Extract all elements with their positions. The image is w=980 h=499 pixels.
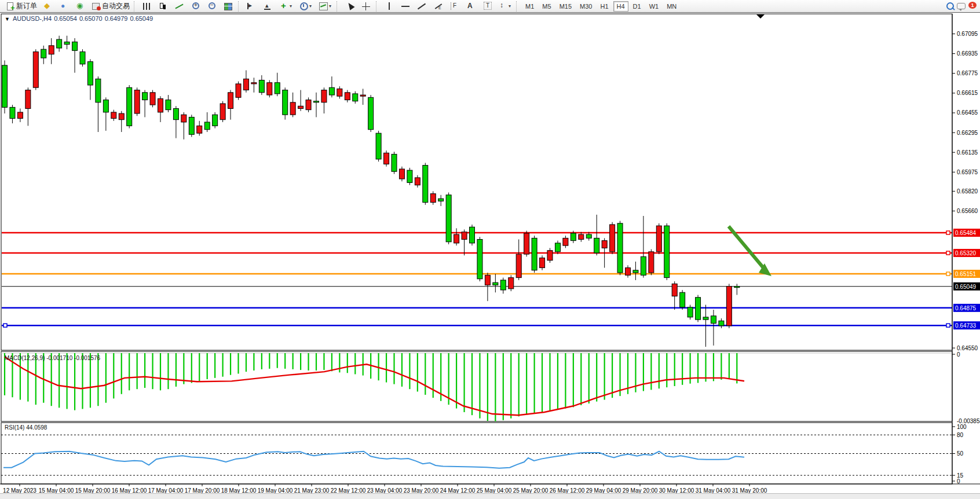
indicators-icon[interactable]: ▾ — [276, 0, 295, 13]
sep4 — [376, 1, 379, 12]
chat-icon[interactable] — [956, 1, 967, 12]
candle-body — [399, 169, 404, 179]
price-chart-canvas[interactable]: 0.670950.669350.667750.666150.664550.662… — [0, 13, 980, 499]
candle-body — [127, 87, 132, 126]
collapse-icon[interactable]: ▼ — [5, 16, 10, 22]
new-order-button[interactable]: 新订单 — [2, 0, 39, 13]
candlestick-chart-icon[interactable] — [155, 0, 171, 13]
fibonacci-icon — [449, 1, 459, 12]
community-icon[interactable] — [56, 0, 72, 13]
price-tick-label: 0.67095 — [957, 31, 978, 37]
candle-body — [430, 194, 436, 203]
zoom-out-icon[interactable] — [204, 0, 220, 13]
candle-body — [602, 241, 607, 248]
fibonacci-icon[interactable] — [446, 0, 462, 13]
candle-body — [734, 287, 740, 288]
sep2 — [238, 1, 242, 12]
cursor-icon[interactable] — [342, 0, 358, 13]
arrows-icon[interactable]: ▾ — [495, 0, 514, 13]
new-order-button-label: 新订单 — [16, 1, 37, 11]
indicators-icon-dropdown-arrow[interactable]: ▾ — [290, 3, 292, 9]
timeframe-m5-button[interactable]: M5 — [539, 1, 554, 12]
community-icon — [58, 1, 69, 12]
price-tick-label: 0.65820 — [957, 188, 978, 195]
line-handle[interactable] — [946, 272, 950, 276]
timeframe-m30-button[interactable]: M30 — [576, 1, 595, 12]
ohlc-high: 0.65070 — [79, 15, 103, 22]
candle-body — [384, 153, 389, 164]
timeframe-h1-button[interactable]: H1 — [597, 1, 612, 12]
label-icon[interactable] — [478, 0, 495, 13]
candle-body — [166, 100, 171, 110]
timeframe-h4-button[interactable]: H4 — [613, 1, 628, 12]
vertical-line-icon[interactable] — [381, 0, 397, 13]
timeframe-m1-button[interactable]: M1 — [522, 1, 537, 12]
candle-body — [103, 100, 108, 112]
rsi-tick-label: 0 — [957, 478, 960, 485]
candle-body — [2, 65, 8, 107]
rsi-label: RSI(14) 44.0598 — [5, 424, 47, 431]
line-chart-icon — [174, 1, 185, 12]
axis-price-box-label: 0.64875 — [955, 305, 977, 311]
candle-body — [516, 254, 521, 278]
candle-body — [298, 106, 303, 108]
line-handle[interactable] — [3, 324, 7, 327]
candle-body — [423, 166, 428, 203]
candle-body — [204, 122, 210, 130]
equidistant-channel-icon[interactable] — [430, 0, 446, 13]
axis-price-box-label: 0.65151 — [955, 271, 977, 277]
auto-scroll-icon[interactable] — [243, 0, 259, 13]
candle-body — [719, 321, 724, 326]
candle-body — [111, 112, 116, 119]
timeframe-w1-button[interactable]: W1 — [646, 1, 663, 12]
chart-profile-icon[interactable] — [39, 0, 56, 13]
candle-body — [25, 90, 31, 109]
auto-scroll-icon — [246, 1, 257, 12]
signals-icon[interactable] — [72, 0, 88, 13]
bar-chart-icon[interactable] — [139, 0, 155, 13]
timeframe-mn-button[interactable]: MN — [663, 1, 680, 12]
line-handle[interactable] — [946, 231, 950, 234]
candle-body — [703, 317, 708, 320]
autotrading-button[interactable]: 自动交易 — [88, 0, 132, 13]
candle-body — [696, 298, 701, 320]
zoom-in-icon[interactable] — [188, 0, 204, 13]
timeframe-d1-button[interactable]: D1 — [630, 1, 645, 12]
candle-body — [314, 101, 319, 102]
line-chart-icon[interactable] — [171, 0, 188, 13]
ohlc-open: 0.65054 — [54, 15, 77, 22]
chart-area[interactable]: ▼AUDUSD-,H40.650540.650700.649790.65049 … — [0, 13, 980, 499]
templates-icon-dropdown-arrow[interactable]: ▾ — [329, 3, 331, 9]
candle-body — [532, 238, 537, 270]
crosshair-icon — [361, 1, 371, 12]
line-handle[interactable] — [946, 324, 950, 327]
text-icon[interactable] — [462, 0, 478, 13]
horizontal-line-icon[interactable] — [397, 0, 414, 13]
candle-body — [96, 79, 101, 102]
search-icon[interactable] — [945, 1, 955, 12]
candle-body — [197, 126, 202, 133]
autotrading-icon — [91, 1, 101, 12]
trendline-icon[interactable] — [414, 0, 430, 13]
timeframe-m15-button[interactable]: M15 — [556, 1, 575, 12]
periods-icon[interactable]: ▾ — [295, 0, 315, 13]
candle-body — [493, 282, 498, 285]
candle-body — [594, 238, 599, 253]
periods-icon-dropdown-arrow[interactable]: ▾ — [309, 3, 312, 9]
candle-body — [306, 100, 311, 110]
tile-windows-icon[interactable] — [220, 0, 236, 13]
arrows-icon-dropdown-arrow[interactable]: ▾ — [509, 3, 511, 9]
line-handle[interactable] — [946, 251, 950, 255]
candle-body — [586, 234, 591, 238]
candle-body — [392, 154, 397, 171]
signals-icon — [75, 1, 85, 12]
candle-body — [150, 93, 155, 105]
price-tick-label: 0.64550 — [957, 345, 978, 351]
chart-shift-icon — [262, 1, 273, 12]
candle-body — [119, 113, 124, 120]
templates-icon[interactable]: ▾ — [315, 0, 335, 13]
candle-body — [41, 49, 46, 58]
candle-body — [415, 178, 420, 185]
crosshair-icon[interactable] — [358, 0, 374, 13]
chart-shift-icon[interactable] — [259, 0, 276, 13]
